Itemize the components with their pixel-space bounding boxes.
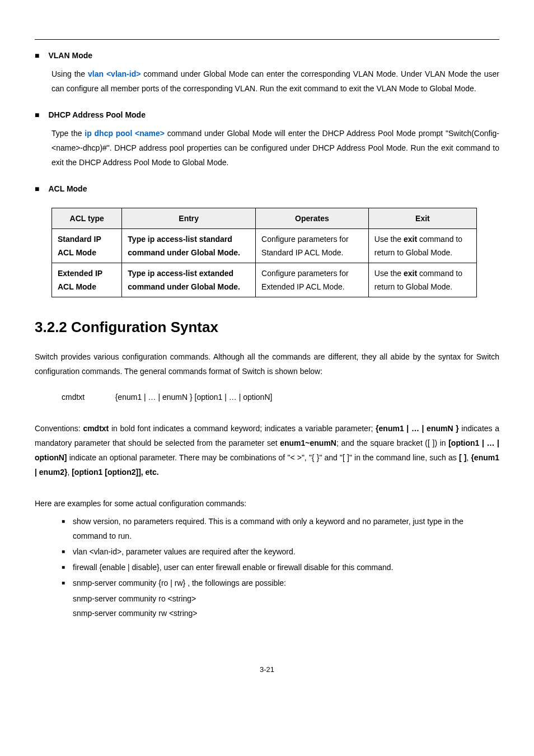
text: ; and the square bracket ([ ]) in bbox=[336, 438, 448, 447]
text: Using the bbox=[51, 69, 88, 78]
cell-exit: Use the exit command to return to Global… bbox=[368, 263, 476, 297]
list-item: show version, no parameters required. Th… bbox=[62, 514, 499, 543]
section-header: ■ DHCP Address Pool Mode bbox=[35, 109, 499, 120]
page-number: 3-21 bbox=[35, 665, 499, 674]
conventions-paragraph: Conventions: cmdtxt in bold font indicat… bbox=[35, 421, 499, 479]
examples-intro: Here are examples for some actual config… bbox=[35, 496, 499, 511]
cell-entry: Type ip access-list extanded command und… bbox=[122, 263, 256, 297]
syntax-line: cmdtxt {enum1 | … | enumN } [option1 | …… bbox=[62, 390, 499, 404]
acl-table: ACL type Entry Operates Exit Standard IP… bbox=[51, 208, 477, 297]
th-operates: Operates bbox=[256, 208, 369, 229]
section-header: ■ VLAN Mode bbox=[35, 50, 499, 61]
section-body: Using the vlan <vlan-id> command under G… bbox=[51, 67, 499, 96]
section-body: Type the ip dhcp pool <name> command und… bbox=[51, 126, 499, 170]
bold-text: Type ip access-list extanded command und… bbox=[128, 269, 240, 291]
bold-text: Extended IP ACL Mode bbox=[58, 269, 102, 291]
text: Use the bbox=[374, 269, 404, 278]
section-dhcp: ■ DHCP Address Pool Mode Type the ip dhc… bbox=[35, 109, 499, 170]
bold-text: cmdtxt bbox=[83, 424, 109, 433]
th-acl-type: ACL type bbox=[52, 208, 122, 229]
table-row: Extended IP ACL Mode Type ip access-list… bbox=[52, 263, 477, 297]
table-header-row: ACL type Entry Operates Exit bbox=[52, 208, 477, 229]
text: , bbox=[67, 468, 72, 477]
section-title: DHCP Address Pool Mode bbox=[48, 109, 145, 120]
section-header: ■ ACL Mode bbox=[35, 183, 499, 194]
link-dhcp[interactable]: ip dhcp pool <name> bbox=[85, 129, 165, 138]
link-vlan[interactable]: vlan <vlan-id> bbox=[88, 69, 140, 78]
text: Use the bbox=[374, 235, 404, 244]
list-item: snmp-server community {ro | rw} , the fo… bbox=[62, 576, 499, 590]
th-exit: Exit bbox=[368, 208, 476, 229]
text: in bold font indicates a command keyword… bbox=[109, 424, 376, 433]
bold-text: {enum1 | … | enumN } bbox=[376, 424, 459, 433]
bold-text: exit bbox=[404, 269, 417, 278]
list-item: vlan <vlan-id>, parameter values are req… bbox=[62, 544, 499, 559]
examples-list: show version, no parameters required. Th… bbox=[62, 514, 499, 590]
cell-acl-type: Extended IP ACL Mode bbox=[52, 263, 122, 297]
bold-text: Type ip access-list standard command und… bbox=[128, 235, 240, 257]
list-item: firewall {enable | disable}, user can en… bbox=[62, 560, 499, 575]
section-acl: ■ ACL Mode bbox=[35, 183, 499, 194]
bullet-icon: ■ bbox=[35, 109, 39, 120]
bold-text: [option1 [option2]], etc. bbox=[72, 468, 159, 477]
top-rule bbox=[35, 39, 499, 40]
bold-text: enum1~enumN bbox=[280, 438, 336, 447]
bullet-icon: ■ bbox=[35, 50, 39, 61]
intro-paragraph: Switch provides various configuration co… bbox=[35, 349, 499, 379]
heading-config-syntax: 3.2.2 Configuration Syntax bbox=[35, 319, 499, 336]
table-row: Standard IP ACL Mode Type ip access-list… bbox=[52, 229, 477, 263]
bullet-icon: ■ bbox=[35, 183, 39, 194]
bold-text: Standard IP ACL Mode bbox=[58, 235, 101, 257]
section-title: VLAN Mode bbox=[48, 50, 92, 61]
cell-operates: Configure parameters for Standard IP ACL… bbox=[256, 229, 369, 263]
bold-text: [ ] bbox=[459, 453, 466, 462]
section-title: ACL Mode bbox=[48, 183, 87, 194]
cell-exit: Use the exit command to return to Global… bbox=[368, 229, 476, 263]
cell-operates: Configure parameters for Extended IP ACL… bbox=[256, 263, 369, 297]
text: indicate an optional parameter. There ma… bbox=[67, 453, 459, 462]
text: Conventions: bbox=[35, 424, 83, 433]
text: Type the bbox=[51, 129, 85, 138]
section-vlan: ■ VLAN Mode Using the vlan <vlan-id> com… bbox=[35, 50, 499, 96]
subline: snmp-server community ro <string> bbox=[73, 591, 499, 606]
bold-text: exit bbox=[404, 235, 417, 244]
th-entry: Entry bbox=[122, 208, 256, 229]
subline: snmp-server community rw <string> bbox=[73, 606, 499, 620]
cell-acl-type: Standard IP ACL Mode bbox=[52, 229, 122, 263]
cell-entry: Type ip access-list standard command und… bbox=[122, 229, 256, 263]
